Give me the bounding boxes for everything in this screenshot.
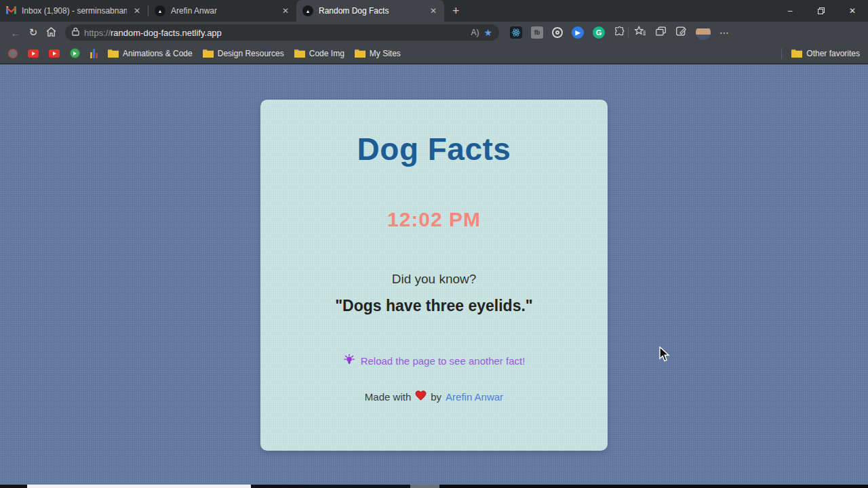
lightbulb-icon [343, 354, 355, 368]
react-devtools-icon[interactable] [510, 26, 522, 39]
fb-extension-icon[interactable]: fb [531, 26, 543, 39]
folder-icon [355, 49, 366, 58]
author-link[interactable]: Arefin Anwar [446, 391, 503, 403]
footer-row: Made with by Arefin Anwar [260, 390, 608, 403]
bookmarks-bar: Animations & Code Design Resources Code … [0, 43, 868, 64]
site-favicon-icon: ▲ [302, 5, 313, 16]
home-icon[interactable] [42, 27, 60, 39]
page-viewport: Dog Facts 12:02 PM Did you know? "Dogs h… [0, 64, 868, 488]
window-controls: – ✕ [774, 0, 868, 22]
browser-actions-row [634, 25, 711, 40]
lock-icon [72, 26, 79, 39]
folder-icon [791, 49, 802, 58]
extensions-row: fb ▶ G [510, 26, 625, 40]
bookmark-site-icon[interactable] [8, 49, 18, 58]
close-icon[interactable]: ✕ [429, 6, 438, 16]
other-favorites-folder[interactable]: Other favorites [791, 49, 860, 58]
folder-icon [203, 49, 214, 58]
bottom-screen-strip [0, 485, 868, 488]
gmail-icon [6, 6, 16, 16]
toolbar-divider [628, 27, 629, 38]
folder-label: Code Img [309, 49, 344, 58]
bookmarks-divider [781, 48, 782, 59]
address-bar[interactable]: https:// random-dog-facts.netlify.app A)… [65, 24, 499, 41]
reload-hint-row: Reload the page to see another fact! [260, 354, 608, 368]
close-icon[interactable]: ✕ [132, 6, 142, 16]
mouse-cursor [658, 346, 672, 365]
bullseye-extension-icon[interactable] [552, 27, 563, 38]
collections-icon[interactable] [655, 26, 667, 39]
video-speed-extension-icon[interactable]: ▶ [572, 26, 584, 39]
play-bookmark-icon[interactable] [70, 48, 80, 58]
by-label: by [431, 391, 441, 403]
folder-label: Animations & Code [123, 49, 193, 58]
favorite-star-icon[interactable]: ★ [484, 27, 492, 38]
restore-button[interactable] [806, 0, 837, 22]
folder-label: Other favorites [806, 49, 860, 58]
folder-label: Design Resources [218, 49, 284, 58]
youtube-bookmark-icon[interactable] [49, 49, 60, 58]
url-protocol: https:// [84, 28, 111, 38]
url-host: random-dog-facts.netlify.app [111, 28, 222, 38]
tab-title: Random Dog Facts [319, 6, 423, 16]
extensions-puzzle-icon[interactable] [614, 26, 625, 40]
dog-facts-card: Dog Facts 12:02 PM Did you know? "Dogs h… [260, 100, 608, 451]
tab-random-dog-facts[interactable]: ▲ Random Dog Facts ✕ [296, 0, 444, 22]
profile-avatar[interactable] [696, 25, 711, 40]
folder-icon [108, 49, 119, 58]
folder-icon [294, 49, 305, 58]
bookmark-folder-my-sites[interactable]: My Sites [355, 49, 401, 58]
window-close-button[interactable]: ✕ [837, 0, 868, 22]
page-title: Dog Facts [260, 131, 608, 167]
read-aloud-icon[interactable]: A) [471, 28, 479, 37]
tab-title: Inbox (1,908) - serminsabnam@ [22, 6, 127, 16]
browser-toolbar: ← ↻ https:// random-dog-facts.netlify.ap… [0, 22, 868, 43]
bookmark-folder-animations-code[interactable]: Animations & Code [108, 49, 193, 58]
folder-label: My Sites [370, 49, 401, 58]
youtube-bookmark-icon[interactable] [28, 49, 39, 58]
tab-inbox[interactable]: Inbox (1,908) - serminsabnam@ ✕ [0, 0, 148, 22]
minimize-button[interactable]: – [774, 0, 806, 22]
browser-window: Inbox (1,908) - serminsabnam@ ✕ ▲ Arefin… [0, 0, 868, 488]
dog-fact-text: "Dogs have three eyelids." [260, 297, 608, 315]
title-bar: Inbox (1,908) - serminsabnam@ ✕ ▲ Arefin… [0, 0, 868, 22]
reload-hint-text: Reload the page to see another fact! [361, 355, 526, 367]
heart-icon [415, 390, 427, 403]
favorites-hub-icon[interactable] [634, 26, 646, 39]
refresh-icon[interactable]: ↻ [24, 26, 42, 39]
tab-arefin-anwar[interactable]: ▲ Arefin Anwar ✕ [149, 0, 296, 22]
bookmark-folder-design-resources[interactable]: Design Resources [203, 49, 284, 58]
web-capture-icon[interactable] [675, 26, 687, 39]
grammarly-icon[interactable]: G [593, 26, 605, 39]
close-icon[interactable]: ✕ [281, 6, 290, 16]
tab-title: Arefin Anwar [171, 6, 275, 16]
chart-bookmark-icon[interactable] [90, 49, 98, 58]
clock-time: 12:02 PM [260, 208, 608, 231]
did-you-know-label: Did you know? [260, 272, 608, 287]
restore-icon [817, 7, 825, 15]
back-icon[interactable]: ← [7, 27, 24, 39]
bookmark-folder-code-img[interactable]: Code Img [294, 49, 344, 58]
site-favicon-icon: ▲ [155, 5, 165, 16]
new-tab-button[interactable]: + [452, 5, 460, 17]
made-with-label: Made with [365, 391, 411, 403]
settings-menu-icon[interactable]: ⋯ [719, 27, 729, 38]
